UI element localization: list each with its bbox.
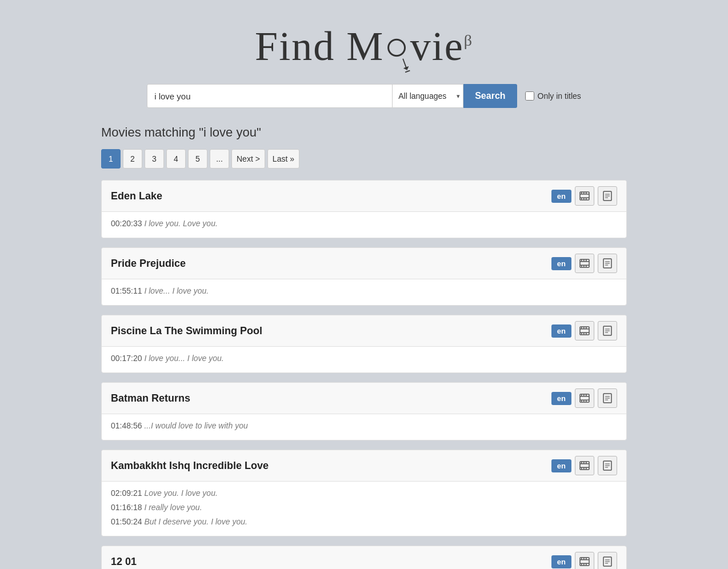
movie-header-swimming-pool: Piscine La The Swimming Pool en bbox=[102, 315, 626, 347]
movie-card-eden-lake: Eden Lake en bbox=[101, 180, 627, 238]
svg-rect-18 bbox=[586, 259, 587, 261]
movie-title-kambakkht-ishq: Kambakkht Ishq Incredible Love bbox=[111, 460, 269, 472]
svg-rect-60 bbox=[586, 468, 587, 470]
doc-icon-btn-swimming-pool[interactable] bbox=[598, 321, 617, 340]
page-btn-1[interactable]: 1 bbox=[101, 149, 121, 169]
film-icon-btn-swimming-pool[interactable] bbox=[575, 321, 594, 340]
svg-rect-33 bbox=[583, 333, 585, 335]
page-btn-ellipsis[interactable]: ... bbox=[210, 149, 229, 169]
film-icon-btn-batman-returns[interactable] bbox=[575, 388, 594, 408]
quote-text: Love you. I love you. bbox=[144, 488, 217, 498]
page-btn-5[interactable]: 5 bbox=[188, 149, 207, 169]
quote-time: 00:17:20 bbox=[111, 354, 142, 363]
svg-rect-20 bbox=[583, 266, 585, 267]
language-select[interactable]: All languages English French German Span… bbox=[393, 84, 463, 108]
movie-card-batman-returns: Batman Returns en bbox=[101, 382, 627, 440]
movie-actions-batman-returns: en bbox=[551, 388, 617, 408]
quote-text: I really love you. bbox=[144, 503, 202, 512]
page-btn-last[interactable]: Last » bbox=[267, 149, 299, 169]
quote-text: I love... I love you. bbox=[144, 286, 209, 295]
movie-header-pride-prejudice: Pride Prejudice en bbox=[102, 248, 626, 279]
movie-title-eden-lake: Eden Lake bbox=[111, 190, 162, 202]
film-icon bbox=[579, 557, 590, 566]
svg-rect-40 bbox=[580, 396, 589, 397]
movie-title-pride-prejudice: Pride Prejudice bbox=[111, 258, 186, 270]
svg-rect-59 bbox=[583, 468, 585, 470]
quote-time: 01:16:18 bbox=[111, 503, 142, 512]
only-in-titles-checkbox[interactable] bbox=[525, 91, 534, 101]
svg-rect-31 bbox=[586, 327, 587, 328]
logo-o: ○⭳ bbox=[384, 23, 410, 70]
film-icon bbox=[579, 259, 590, 268]
page-btn-2[interactable]: 2 bbox=[123, 149, 142, 169]
svg-rect-72 bbox=[583, 564, 585, 566]
search-bar: All languages English French German Span… bbox=[101, 84, 627, 108]
film-icon-btn-12-01[interactable] bbox=[575, 552, 594, 569]
movie-title-batman-returns: Batman Returns bbox=[111, 392, 190, 404]
movie-card-pride-prejudice: Pride Prejudice en bbox=[101, 247, 627, 306]
quote-time: 00:20:33 bbox=[111, 219, 142, 228]
quote-line: 02:09:21 Love you. I love you. bbox=[111, 487, 617, 499]
quote-text: ...I would love to live with you bbox=[144, 421, 247, 430]
quote-line: 01:48:56 ...I would love to live with yo… bbox=[111, 420, 617, 432]
quote-time: 02:09:21 bbox=[111, 488, 142, 498]
svg-rect-47 bbox=[586, 400, 587, 402]
lang-badge-swimming-pool: en bbox=[551, 324, 571, 338]
svg-rect-29 bbox=[581, 327, 582, 328]
svg-rect-58 bbox=[581, 468, 582, 470]
results-heading: Movies matching "i love you" bbox=[101, 125, 627, 140]
doc-icon-btn-batman-returns[interactable] bbox=[598, 388, 617, 408]
lang-badge-pride-prejudice: en bbox=[551, 257, 571, 270]
doc-icon-btn-eden-lake[interactable] bbox=[598, 186, 617, 206]
svg-rect-7 bbox=[583, 198, 585, 200]
svg-rect-43 bbox=[583, 394, 585, 396]
lang-badge-eden-lake: en bbox=[551, 190, 571, 203]
search-input[interactable] bbox=[147, 84, 393, 108]
movie-title-12-01: 12 01 bbox=[111, 556, 137, 568]
movie-quotes-eden-lake: 00:20:33 I love you. Love you. bbox=[102, 212, 626, 238]
movie-quotes-batman-returns: 01:48:56 ...I would love to live with yo… bbox=[102, 414, 626, 440]
svg-rect-44 bbox=[586, 394, 587, 396]
quote-line: 01:16:18 I really love you. bbox=[111, 502, 617, 514]
movie-quotes-kambakkht-ishq: 02:09:21 Love you. I love you. 01:16:18 … bbox=[102, 482, 626, 536]
film-icon bbox=[579, 461, 590, 470]
film-icon-btn-eden-lake[interactable] bbox=[575, 186, 594, 206]
logo-area: Find M○⭳vieβ bbox=[101, 11, 627, 84]
svg-rect-68 bbox=[581, 558, 582, 559]
svg-rect-4 bbox=[583, 192, 585, 194]
logo-beta: β bbox=[464, 31, 473, 49]
movie-quotes-pride-prejudice: 01:55:11 I love... I love you. bbox=[102, 279, 626, 305]
svg-rect-53 bbox=[580, 463, 589, 464]
svg-rect-46 bbox=[583, 400, 585, 402]
page-btn-4[interactable]: 4 bbox=[166, 149, 186, 169]
svg-rect-66 bbox=[580, 559, 589, 560]
movie-header-kambakkht-ishq: Kambakkht Ishq Incredible Love en bbox=[102, 450, 626, 482]
only-in-titles-label[interactable]: Only in titles bbox=[538, 91, 581, 101]
logo-text: Find M○⭳vieβ bbox=[255, 23, 473, 70]
doc-icon-btn-kambakkht-ishq[interactable] bbox=[598, 456, 617, 475]
svg-rect-6 bbox=[581, 198, 582, 200]
quote-line: 00:20:33 I love you. Love you. bbox=[111, 218, 617, 230]
svg-rect-32 bbox=[581, 333, 582, 335]
doc-icon bbox=[603, 556, 612, 567]
svg-rect-69 bbox=[583, 558, 585, 559]
film-icon bbox=[579, 326, 590, 335]
doc-icon bbox=[603, 393, 612, 403]
page-btn-next[interactable]: Next > bbox=[231, 149, 265, 169]
movie-actions-kambakkht-ishq: en bbox=[551, 456, 617, 475]
doc-icon bbox=[603, 258, 612, 269]
search-button[interactable]: Search bbox=[463, 84, 517, 108]
movie-actions-swimming-pool: en bbox=[551, 321, 617, 340]
doc-icon-btn-12-01[interactable] bbox=[598, 552, 617, 569]
movie-header-batman-returns: Batman Returns en bbox=[102, 383, 626, 414]
doc-icon bbox=[603, 460, 612, 471]
movie-header-eden-lake: Eden Lake en bbox=[102, 181, 626, 212]
page-btn-3[interactable]: 3 bbox=[145, 149, 164, 169]
svg-rect-45 bbox=[581, 400, 582, 402]
svg-rect-8 bbox=[586, 198, 587, 200]
film-icon-btn-kambakkht-ishq[interactable] bbox=[575, 456, 594, 475]
language-select-wrapper: All languages English French German Span… bbox=[393, 84, 463, 108]
quote-time: 01:55:11 bbox=[111, 286, 142, 295]
doc-icon-btn-pride-prejudice[interactable] bbox=[598, 254, 617, 273]
film-icon-btn-pride-prejudice[interactable] bbox=[575, 254, 594, 273]
